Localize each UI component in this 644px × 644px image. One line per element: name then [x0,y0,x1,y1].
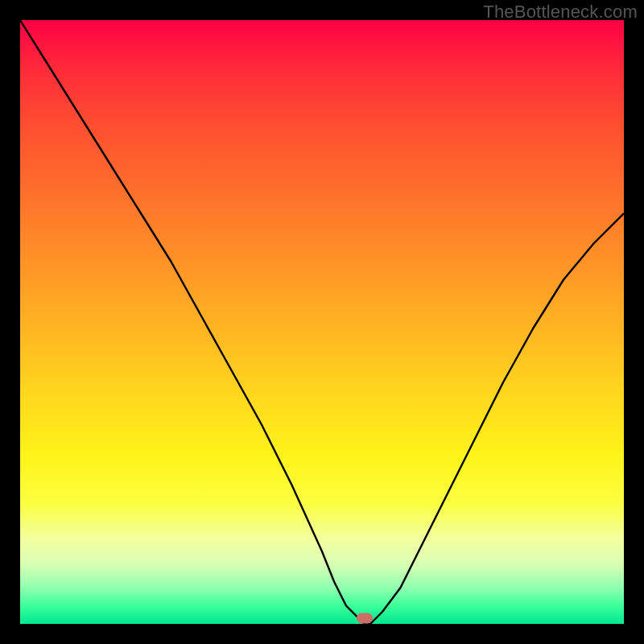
watermark-text: TheBottleneck.com [483,2,638,23]
bottleneck-curve [20,20,624,624]
chart-frame: TheBottleneck.com [0,0,644,644]
curve-svg [20,20,624,624]
optimal-marker [357,613,373,623]
plot-area [20,20,624,624]
